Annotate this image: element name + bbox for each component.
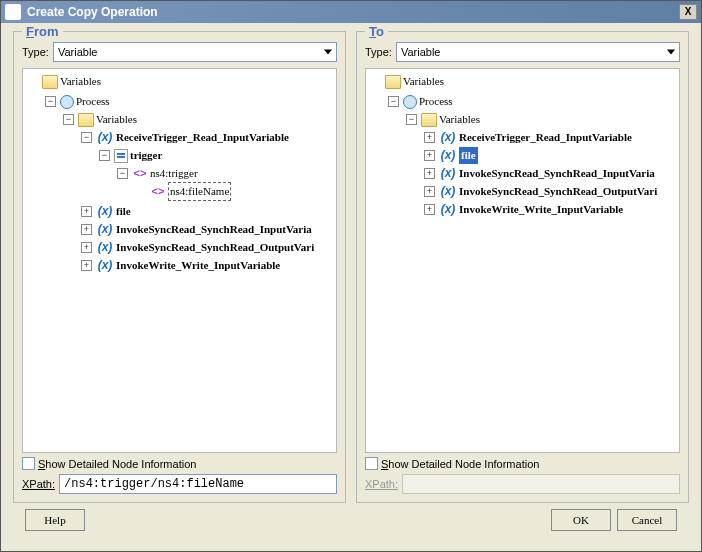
tree-node-variables[interactable]: Variables [403,73,444,90]
dialog-title: Create Copy Operation [27,5,158,19]
tree-node-var[interactable]: InvokeSyncRead_SynchRead_OutputVari [459,183,657,200]
tree-node-var[interactable]: ReceiveTrigger_Read_InputVariable [459,129,632,146]
expand-toggle[interactable]: − [117,168,128,179]
tree-node-var[interactable]: file [116,203,131,220]
folder-icon [42,75,58,89]
variable-icon: (x) [439,183,457,200]
expand-toggle[interactable]: + [424,204,435,215]
from-xpath-input[interactable]: /ns4:trigger/ns4:fileName [59,474,337,494]
expand-toggle[interactable]: − [388,96,399,107]
help-button[interactable]: Help [25,509,85,531]
tree-node-selected[interactable]: ns4:fileName [168,182,231,201]
variable-icon: (x) [96,221,114,238]
tree-node-var[interactable]: InvokeSyncRead_SynchRead_InputVaria [459,165,655,182]
folder-icon [385,75,401,89]
expand-toggle[interactable]: − [45,96,56,107]
to-xpath-label: XPath: [365,478,398,490]
to-detail-label: Show Detailed Node Information [381,458,539,470]
from-heading: From [22,24,63,39]
tree-node-vars-folder[interactable]: Variables [439,111,480,128]
to-detail-checkbox[interactable] [365,457,378,470]
expand-toggle[interactable]: + [81,242,92,253]
folder-icon [78,113,94,127]
from-detail-checkbox[interactable] [22,457,35,470]
titlebar[interactable]: Create Copy Operation X [1,1,701,23]
expand-toggle[interactable]: − [99,150,110,161]
variable-icon: (x) [96,239,114,256]
from-tree[interactable]: Variables − Process [22,68,337,453]
tree-node-elem[interactable]: ns4:trigger [150,165,198,182]
tree-node-variables[interactable]: Variables [60,73,101,90]
tree-node-var[interactable]: InvokeWrite_Write_InputVariable [116,257,280,274]
expand-toggle[interactable]: − [63,114,74,125]
from-detail-label: Show Detailed Node Information [38,458,196,470]
tree-node-part[interactable]: trigger [130,147,162,164]
variable-icon: (x) [439,201,457,218]
to-xpath-input [402,474,680,494]
element-icon: <> [132,165,148,182]
to-type-select[interactable]: Variable [396,42,680,62]
ok-button[interactable]: OK [551,509,611,531]
expand-toggle[interactable]: + [424,186,435,197]
to-type-value: Variable [401,46,441,58]
tree-spacer [370,76,381,87]
to-heading: To [365,24,388,39]
expand-toggle[interactable]: − [81,132,92,143]
process-icon [60,95,74,109]
expand-toggle[interactable]: + [424,150,435,161]
to-type-label: Type: [365,46,392,58]
variable-icon: (x) [96,257,114,274]
to-tree[interactable]: Variables − Process [365,68,680,453]
to-panel: To Type: Variable [356,31,689,503]
element-icon: <> [150,183,166,200]
tree-node-process[interactable]: Process [419,93,453,110]
from-type-label: Type: [22,46,49,58]
tree-spacer [27,76,38,87]
expand-toggle[interactable]: + [81,224,92,235]
expand-toggle[interactable]: + [81,260,92,271]
tree-node-var[interactable]: InvokeWrite_Write_InputVariable [459,201,623,218]
tree-node-var[interactable]: InvokeSyncRead_SynchRead_OutputVari [116,239,314,256]
from-xpath-label: XPath: [22,478,55,490]
from-type-select[interactable]: Variable [53,42,337,62]
close-button[interactable]: X [679,4,697,20]
tree-node-vars-folder[interactable]: Variables [96,111,137,128]
part-icon [114,149,128,163]
tree-node-var[interactable]: InvokeSyncRead_SynchRead_InputVaria [116,221,312,238]
from-panel: From Type: Variable [13,31,346,503]
from-type-value: Variable [58,46,98,58]
tree-spacer [135,186,146,197]
expand-toggle[interactable]: − [406,114,417,125]
tree-node-var[interactable]: ReceiveTrigger_Read_InputVariable [116,129,289,146]
folder-icon [421,113,437,127]
tree-node-selected[interactable]: file [459,147,478,164]
expand-toggle[interactable]: + [424,168,435,179]
expand-toggle[interactable]: + [81,206,92,217]
variable-icon: (x) [439,129,457,146]
app-icon [5,4,21,20]
variable-icon: (x) [439,165,457,182]
process-icon [403,95,417,109]
variable-icon: (x) [96,129,114,146]
cancel-button[interactable]: Cancel [617,509,677,531]
variable-icon: (x) [96,203,114,220]
tree-node-process[interactable]: Process [76,93,110,110]
expand-toggle[interactable]: + [424,132,435,143]
variable-icon: (x) [439,147,457,164]
